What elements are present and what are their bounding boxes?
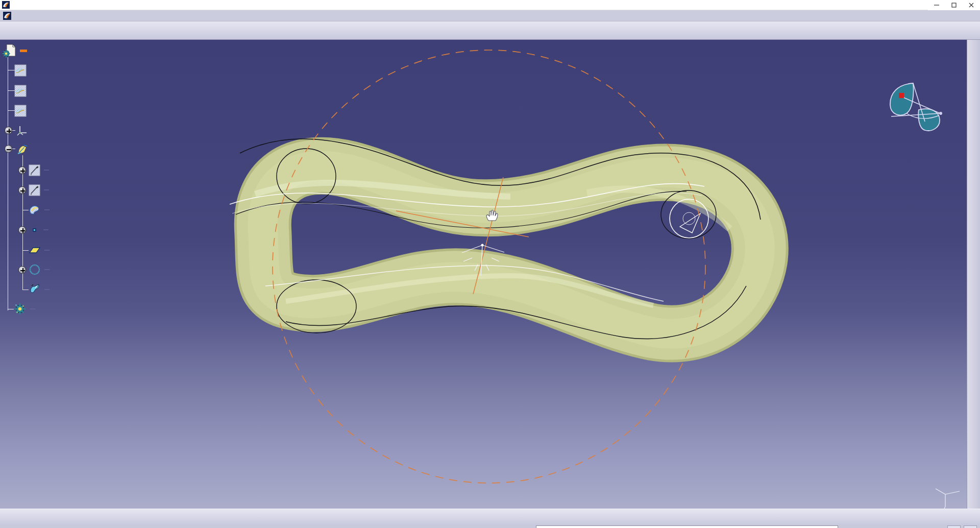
catia-app-icon xyxy=(2,1,10,9)
status-strip xyxy=(0,525,980,528)
tree-item-yz-plane[interactable] xyxy=(30,90,35,91)
tree-item-sketch1[interactable] xyxy=(44,170,49,171)
corner-axis-triad xyxy=(936,489,960,509)
top-toolbar xyxy=(0,21,980,40)
tree-item-combine1[interactable] xyxy=(44,209,50,210)
sweep-tree-icon xyxy=(29,283,41,296)
part-icon xyxy=(2,43,16,58)
tree-item-axis-systems[interactable] xyxy=(32,130,37,131)
right-toolbar xyxy=(967,40,980,509)
title-bar xyxy=(0,0,980,10)
expander-axis-systems[interactable] xyxy=(5,127,12,134)
sweep-surface[interactable] xyxy=(230,139,761,339)
minimize-button[interactable] xyxy=(928,0,945,10)
maximize-button[interactable] xyxy=(945,0,963,10)
geometrical-set-icon xyxy=(16,143,29,156)
status-mini-button-1[interactable] xyxy=(947,525,961,528)
bottom-toolbar xyxy=(0,509,980,525)
tree-item-geometrical-set[interactable] xyxy=(33,149,38,150)
menu-bar xyxy=(0,10,980,21)
tree-item-sweep1[interactable] xyxy=(44,289,50,290)
tree-item-part1[interactable] xyxy=(20,50,27,52)
point-tree-icon xyxy=(29,224,40,235)
sketch-icon xyxy=(29,164,40,176)
expander-circle1[interactable] xyxy=(18,266,26,274)
partbody-icon xyxy=(13,302,27,316)
tree-item-partbody[interactable] xyxy=(30,308,35,309)
expander-geometrical-set[interactable] xyxy=(5,145,12,153)
plane1-icon xyxy=(29,244,41,256)
close-button[interactable] xyxy=(963,0,980,10)
catia-window xyxy=(0,0,980,528)
expander-sketch1[interactable] xyxy=(18,166,26,174)
tree-item-point1[interactable] xyxy=(43,229,48,230)
document-menu-icon[interactable] xyxy=(3,12,11,20)
combine-icon xyxy=(29,204,41,216)
tree-item-circle1[interactable] xyxy=(44,269,50,270)
plane-tree-icon xyxy=(14,64,27,77)
circle-tree-icon xyxy=(29,263,41,276)
tree-item-plane1[interactable] xyxy=(44,250,50,251)
view-compass[interactable] xyxy=(890,83,942,131)
plane-tree-icon xyxy=(14,105,27,117)
tree-item-zx-plane[interactable] xyxy=(30,110,35,111)
tree-item-xy-plane[interactable] xyxy=(30,70,35,71)
expander-sketch2[interactable] xyxy=(18,186,26,194)
plane-tree-icon xyxy=(14,85,27,97)
tree-item-sketch2[interactable] xyxy=(44,189,49,190)
command-field[interactable] xyxy=(536,525,838,528)
spec-tree xyxy=(0,40,153,372)
viewport-3d[interactable] xyxy=(0,40,967,509)
expander-point1[interactable] xyxy=(18,226,26,234)
sketch-icon xyxy=(29,184,40,196)
status-mini-button-2[interactable] xyxy=(964,525,977,528)
axis-systems-icon xyxy=(16,125,29,137)
